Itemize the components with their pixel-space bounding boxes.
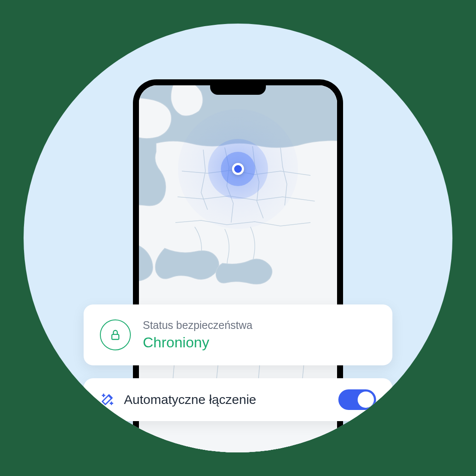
- auto-connect-toggle[interactable]: [338, 389, 376, 410]
- location-dot: [232, 163, 244, 175]
- info-cards: Status bezpieczeństwa Chroniony Automaty…: [84, 304, 392, 421]
- security-status-value: Chroniony: [143, 334, 253, 351]
- status-text-group: Status bezpieczeństwa Chroniony: [143, 319, 253, 351]
- lock-icon: [100, 319, 131, 350]
- phone-notch: [210, 85, 266, 95]
- background-circle: Status bezpieczeństwa Chroniony Automaty…: [24, 24, 452, 452]
- toggle-knob: [358, 392, 374, 408]
- security-status-label: Status bezpieczeństwa: [143, 319, 253, 331]
- auto-connect-card: Automatyczne łączenie: [84, 378, 392, 421]
- magic-wand-icon: [100, 392, 114, 407]
- auto-connect-label: Automatyczne łączenie: [124, 392, 329, 407]
- security-status-card: Status bezpieczeństwa Chroniony: [84, 304, 392, 365]
- svg-rect-1: [112, 334, 119, 340]
